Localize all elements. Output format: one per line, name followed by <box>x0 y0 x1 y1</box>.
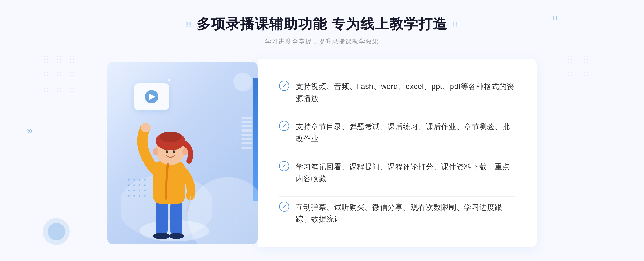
feature-text-3: 学习笔记回看、课程提问、课程评论打分、课件资料下载，重点内容收藏 <box>296 161 515 185</box>
title-row: ⁞⁞ 多项录播课辅助功能 专为线上教学打造 ⁞⁞ <box>186 15 458 33</box>
header-section: ⁞⁞ 多项录播课辅助功能 专为线上教学打造 ⁞⁞ 学习进度全掌握，提升录播课教学… <box>186 15 458 46</box>
feature-item-1: ✓ 支持视频、音频、flash、word、excel、ppt、pdf等各种格式的… <box>279 76 515 110</box>
sparkle-decoration: ✦ <box>166 77 172 84</box>
check-mark-3: ✓ <box>282 163 287 169</box>
stripe-8 <box>241 147 252 149</box>
bg-dots-right <box>564 48 590 88</box>
svg-point-9 <box>128 190 130 191</box>
svg-point-12 <box>144 190 146 191</box>
subtitle: 学习进度全掌握，提升录播课教学效果 <box>265 37 379 46</box>
svg-point-3 <box>139 179 140 181</box>
svg-point-8 <box>144 184 146 186</box>
stripe-6 <box>241 138 252 140</box>
svg-point-7 <box>139 184 140 186</box>
svg-rect-19 <box>170 200 182 237</box>
feature-item-3: ✓ 学习笔记回看、课程提问、课程评论打分、课件资料下载，重点内容收藏 <box>279 156 515 190</box>
svg-point-16 <box>144 195 146 197</box>
svg-point-6 <box>133 184 135 186</box>
left-illustration-panel: ✦ <box>107 62 258 244</box>
title-dots-right: ⁞⁞ <box>452 20 458 28</box>
check-icon-2: ✓ <box>279 121 289 131</box>
right-features-panel: ✓ 支持视频、音频、flash、word、excel、ppt、pdf等各种格式的… <box>258 59 537 247</box>
svg-rect-18 <box>156 199 168 236</box>
check-icon-1: ✓ <box>279 81 289 91</box>
bg-dots-left <box>43 48 75 96</box>
check-icon-4: ✓ <box>279 202 289 212</box>
stripe-2 <box>241 121 252 123</box>
bottom-circle-outer <box>43 218 70 245</box>
bottom-circle-inner <box>48 223 65 240</box>
stripes-decoration <box>241 117 252 159</box>
svg-point-26 <box>160 132 181 142</box>
svg-point-29 <box>153 148 158 155</box>
svg-point-14 <box>133 195 135 197</box>
svg-point-2 <box>133 179 135 181</box>
chevron-left-decoration: » <box>27 125 33 137</box>
svg-point-20 <box>153 233 170 239</box>
check-mark-1: ✓ <box>282 83 287 89</box>
stripe-3 <box>241 125 252 127</box>
svg-point-10 <box>133 190 135 191</box>
feature-text-1: 支持视频、音频、flash、word、excel、ppt、pdf等各种格式的资源… <box>296 81 515 105</box>
stripe-5 <box>241 134 252 136</box>
check-icon-3: ✓ <box>279 161 289 171</box>
deco-circle-small <box>233 73 252 91</box>
svg-point-4 <box>144 179 146 181</box>
feature-text-4: 互动弹幕、试听购买、微信分享、观看次数限制、学习进度跟踪、数据统计 <box>296 202 515 226</box>
feature-item-4: ✓ 互动弹幕、试听购买、微信分享、观看次数限制、学习进度跟踪、数据统计 <box>279 196 515 230</box>
deco-dots-top-right: ⁞⁞ <box>553 15 558 21</box>
feature-text-2: 支持章节目录、弹题考试、课后练习、课后作业、章节测验、批改作业 <box>296 121 515 145</box>
svg-point-1 <box>128 179 130 181</box>
content-area: ✦ <box>107 59 537 247</box>
svg-point-15 <box>139 195 140 197</box>
title-dots-left: ⁞⁞ <box>186 20 192 28</box>
stripe-1 <box>241 117 252 119</box>
svg-point-21 <box>169 233 184 239</box>
svg-point-11 <box>139 190 140 191</box>
feature-item-2: ✓ 支持章节目录、弹题考试、课后练习、课后作业、章节测验、批改作业 <box>279 116 515 150</box>
svg-point-30 <box>182 148 188 155</box>
svg-point-27 <box>166 150 168 153</box>
main-title: 多项录播课辅助功能 专为线上教学打造 <box>197 15 447 33</box>
svg-point-5 <box>128 184 130 186</box>
bottom-left-circles <box>43 218 70 245</box>
stripe-4 <box>241 129 252 132</box>
blue-tab-decoration <box>253 78 258 201</box>
page-container: » ⁞⁞ ⁞⁞ 多项录播课辅助功能 专为线上教学打造 ⁞⁞ 学习进度全掌握，提升… <box>0 0 644 261</box>
check-mark-4: ✓ <box>282 203 287 210</box>
check-mark-2: ✓ <box>282 123 287 129</box>
svg-point-28 <box>173 150 175 153</box>
stripe-7 <box>241 142 252 144</box>
svg-point-23 <box>141 123 151 132</box>
svg-point-13 <box>128 195 130 197</box>
